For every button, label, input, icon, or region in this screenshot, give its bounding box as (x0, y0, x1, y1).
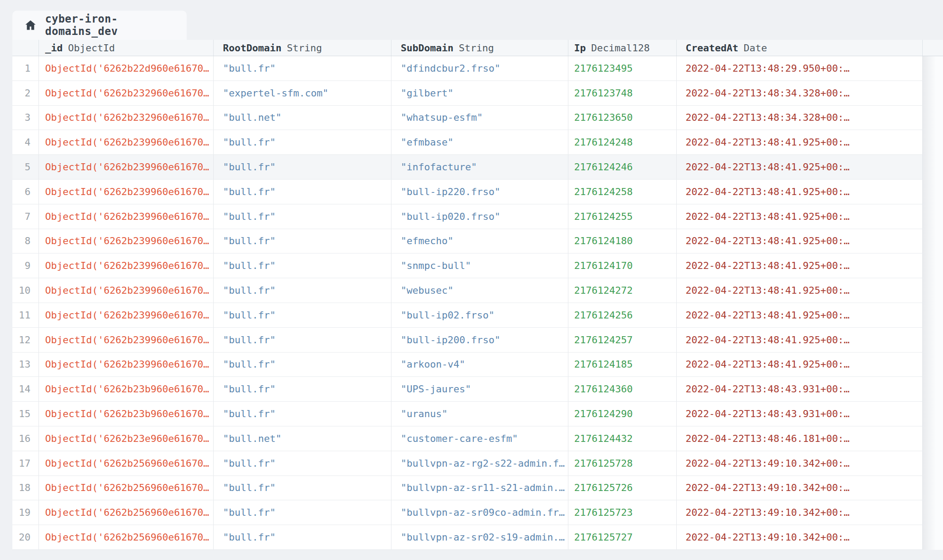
column-header-ip[interactable]: Ip Decimal128 (568, 40, 677, 56)
cell-ip[interactable]: 2176124248 (568, 130, 677, 154)
cell-createdat[interactable]: 2022-04-22T13:48:46.181+00:… (677, 426, 923, 451)
column-header-rootdomain[interactable]: RootDomain String (214, 40, 391, 56)
cell-createdat[interactable]: 2022-04-22T13:49:10.342+00:… (677, 451, 923, 476)
table-row[interactable]: 10 ObjectId('6262b239960e61670… "bull.fr… (12, 278, 923, 303)
cell-createdat[interactable]: 2022-04-22T13:48:29.950+00:… (677, 56, 923, 81)
cell-ip[interactable]: 2176125728 (568, 451, 677, 476)
cell-createdat[interactable]: 2022-04-22T13:48:41.925+00:… (677, 229, 923, 253)
cell-id[interactable]: ObjectId('6262b239960e61670… (39, 204, 214, 229)
cell-createdat[interactable]: 2022-04-22T13:48:41.925+00:… (677, 278, 923, 303)
cell-subdomain[interactable]: "arkoon-v4" (391, 353, 568, 377)
cell-rootdomain[interactable]: "bull.fr" (214, 155, 391, 179)
cell-id[interactable]: ObjectId('6262b239960e61670… (39, 353, 214, 377)
cell-ip[interactable]: 2176123650 (568, 106, 677, 130)
column-header-id[interactable]: _id ObjectId (39, 40, 214, 56)
cell-rootdomain[interactable]: "bull.fr" (214, 303, 391, 327)
cell-ip[interactable]: 2176124360 (568, 377, 677, 401)
table-row[interactable]: 1 ObjectId('6262b22d960e61670… "bull.fr"… (12, 56, 923, 81)
cell-id[interactable]: ObjectId('6262b23e960e61670… (39, 426, 214, 451)
cell-createdat[interactable]: 2022-04-22T13:48:41.925+00:… (677, 303, 923, 327)
table-row[interactable]: 7 ObjectId('6262b239960e61670… "bull.fr"… (12, 204, 923, 229)
cell-subdomain[interactable]: "bullvpn-az-sr11-s21-admin.… (391, 476, 568, 500)
cell-subdomain[interactable]: "uranus" (391, 402, 568, 426)
cell-rootdomain[interactable]: "bull.fr" (214, 500, 391, 525)
row-number[interactable]: 16 (12, 426, 39, 451)
cell-ip[interactable]: 2176124255 (568, 204, 677, 229)
cell-createdat[interactable]: 2022-04-22T13:48:43.931+00:… (677, 402, 923, 426)
table-row[interactable]: 18 ObjectId('6262b256960e61670… "bull.fr… (12, 476, 923, 501)
cell-subdomain[interactable]: "bull-ip020.frso" (391, 204, 568, 229)
cell-ip[interactable]: 2176124256 (568, 303, 677, 327)
cell-rootdomain[interactable]: "bull.fr" (214, 130, 391, 154)
cell-rootdomain[interactable]: "bull.fr" (214, 229, 391, 253)
cell-createdat[interactable]: 2022-04-22T13:48:34.328+00:… (677, 81, 923, 105)
cell-createdat[interactable]: 2022-04-22T13:48:34.328+00:… (677, 106, 923, 130)
cell-id[interactable]: ObjectId('6262b232960e61670… (39, 81, 214, 105)
cell-createdat[interactable]: 2022-04-22T13:49:10.342+00:… (677, 500, 923, 525)
cell-id[interactable]: ObjectId('6262b239960e61670… (39, 155, 214, 179)
cell-rootdomain[interactable]: "bull.net" (214, 426, 391, 451)
cell-createdat[interactable]: 2022-04-22T13:49:10.342+00:… (677, 476, 923, 500)
row-number[interactable]: 5 (12, 155, 39, 179)
cell-subdomain[interactable]: "customer-care-esfm" (391, 426, 568, 451)
table-row[interactable]: 4 ObjectId('6262b239960e61670… "bull.fr"… (12, 130, 923, 155)
cell-rootdomain[interactable]: "bull.fr" (214, 377, 391, 401)
cell-subdomain[interactable]: "dfindcbur2.frso" (391, 56, 568, 81)
table-row[interactable]: 20 ObjectId('6262b256960e61670… "bull.fr… (12, 525, 923, 550)
table-row[interactable]: 13 ObjectId('6262b239960e61670… "bull.fr… (12, 353, 923, 377)
cell-ip[interactable]: 2176124170 (568, 253, 677, 278)
cell-id[interactable]: ObjectId('6262b23b960e61670… (39, 377, 214, 401)
cell-ip[interactable]: 2176124258 (568, 180, 677, 204)
row-number[interactable]: 4 (12, 130, 39, 154)
cell-ip[interactable]: 2176125727 (568, 525, 677, 549)
cell-id[interactable]: ObjectId('6262b23b960e61670… (39, 402, 214, 426)
cell-subdomain[interactable]: "bullvpn-az-sr02-s19-admin.… (391, 525, 568, 549)
cell-createdat[interactable]: 2022-04-22T13:48:41.925+00:… (677, 328, 923, 352)
table-row[interactable]: 9 ObjectId('6262b239960e61670… "bull.fr"… (12, 253, 923, 278)
cell-createdat[interactable]: 2022-04-22T13:48:41.925+00:… (677, 130, 923, 154)
cell-ip[interactable]: 2176124272 (568, 278, 677, 303)
cell-id[interactable]: ObjectId('6262b232960e61670… (39, 106, 214, 130)
row-number[interactable]: 3 (12, 106, 39, 130)
cell-id[interactable]: ObjectId('6262b239960e61670… (39, 130, 214, 154)
row-number[interactable]: 20 (12, 525, 39, 549)
cell-ip[interactable]: 2176124185 (568, 353, 677, 377)
cell-createdat[interactable]: 2022-04-22T13:48:41.925+00:… (677, 180, 923, 204)
row-number[interactable]: 14 (12, 377, 39, 401)
table-row[interactable]: 11 ObjectId('6262b239960e61670… "bull.fr… (12, 303, 923, 328)
cell-id[interactable]: ObjectId('6262b239960e61670… (39, 278, 214, 303)
table-row[interactable]: 2 ObjectId('6262b232960e61670… "expertel… (12, 81, 923, 106)
table-row[interactable]: 6 ObjectId('6262b239960e61670… "bull.fr"… (12, 180, 923, 204)
cell-id[interactable]: ObjectId('6262b256960e61670… (39, 451, 214, 476)
cell-subdomain[interactable]: "webusec" (391, 278, 568, 303)
cell-ip[interactable]: 2176123495 (568, 56, 677, 81)
cell-subdomain[interactable]: "bullvpn-az-sr09co-admin.fr… (391, 500, 568, 525)
cell-id[interactable]: ObjectId('6262b239960e61670… (39, 180, 214, 204)
cell-subdomain[interactable]: "efmbase" (391, 130, 568, 154)
cell-ip[interactable]: 2176123748 (568, 81, 677, 105)
cell-rootdomain[interactable]: "bull.fr" (214, 278, 391, 303)
cell-ip[interactable]: 2176125726 (568, 476, 677, 500)
row-number[interactable]: 7 (12, 204, 39, 229)
cell-ip[interactable]: 2176124180 (568, 229, 677, 253)
column-header-subdomain[interactable]: SubDomain String (391, 40, 568, 56)
cell-rootdomain[interactable]: "bull.fr" (214, 253, 391, 278)
cell-id[interactable]: ObjectId('6262b22d960e61670… (39, 56, 214, 81)
cell-id[interactable]: ObjectId('6262b256960e61670… (39, 476, 214, 500)
cell-createdat[interactable]: 2022-04-22T13:48:43.931+00:… (677, 377, 923, 401)
row-number[interactable]: 9 (12, 253, 39, 278)
cell-id[interactable]: ObjectId('6262b239960e61670… (39, 303, 214, 327)
table-row[interactable]: 8 ObjectId('6262b239960e61670… "bull.fr"… (12, 229, 923, 254)
cell-ip[interactable]: 2176124246 (568, 155, 677, 179)
row-number[interactable]: 18 (12, 476, 39, 500)
row-number[interactable]: 19 (12, 500, 39, 525)
cell-createdat[interactable]: 2022-04-22T13:48:41.925+00:… (677, 204, 923, 229)
row-number[interactable]: 10 (12, 278, 39, 303)
cell-subdomain[interactable]: "bull-ip200.frso" (391, 328, 568, 352)
cell-id[interactable]: ObjectId('6262b239960e61670… (39, 253, 214, 278)
row-number[interactable]: 12 (12, 328, 39, 352)
cell-id[interactable]: ObjectId('6262b256960e61670… (39, 525, 214, 549)
row-number[interactable]: 8 (12, 229, 39, 253)
cell-createdat[interactable]: 2022-04-22T13:48:41.925+00:… (677, 353, 923, 377)
cell-subdomain[interactable]: "bull-ip02.frso" (391, 303, 568, 327)
